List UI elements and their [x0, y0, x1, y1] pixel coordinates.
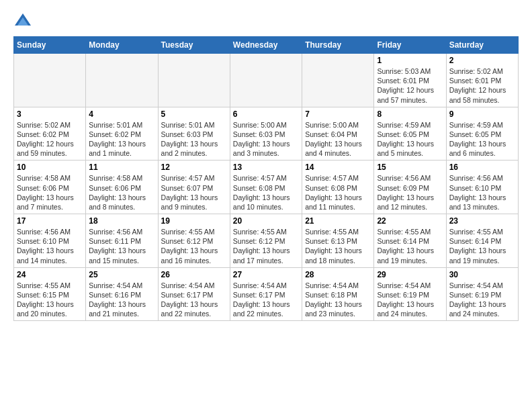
day-number: 13: [233, 163, 299, 172]
day-info: Sunrise: 4:56 AMSunset: 6:11 PMDaylight:…: [89, 227, 154, 265]
day-info: Sunrise: 5:01 AMSunset: 6:03 PMDaylight:…: [161, 120, 227, 158]
day-info: Sunrise: 5:00 AMSunset: 6:03 PMDaylight:…: [233, 120, 299, 158]
day-number: 14: [305, 163, 371, 172]
day-info: Sunrise: 4:55 AMSunset: 6:14 PMDaylight:…: [449, 227, 515, 265]
calendar-cell: 19Sunrise: 4:55 AMSunset: 6:12 PMDayligh…: [158, 214, 230, 268]
calendar-cell: 27Sunrise: 4:54 AMSunset: 6:17 PMDayligh…: [230, 267, 302, 321]
day-info: Sunrise: 4:56 AMSunset: 6:10 PMDaylight:…: [17, 227, 83, 265]
calendar-cell: 24Sunrise: 4:55 AMSunset: 6:15 PMDayligh…: [14, 267, 86, 321]
day-info: Sunrise: 4:54 AMSunset: 6:17 PMDaylight:…: [161, 281, 227, 319]
calendar-cell: 30Sunrise: 4:54 AMSunset: 6:19 PMDayligh…: [446, 267, 518, 321]
day-info: Sunrise: 4:58 AMSunset: 6:06 PMDaylight:…: [89, 173, 154, 212]
day-number: 6: [233, 109, 299, 119]
day-number: 4: [89, 109, 154, 119]
day-info: Sunrise: 5:02 AMSunset: 6:01 PMDaylight:…: [449, 66, 515, 105]
calendar-cell: 8Sunrise: 4:59 AMSunset: 6:05 PMDaylight…: [374, 107, 446, 161]
day-number: 2: [449, 56, 515, 65]
day-number: 21: [305, 216, 371, 226]
day-number: 30: [449, 270, 515, 279]
day-info: Sunrise: 4:55 AMSunset: 6:12 PMDaylight:…: [161, 227, 227, 265]
calendar-cell: 15Sunrise: 4:56 AMSunset: 6:09 PMDayligh…: [374, 161, 446, 214]
page-header: [13, 11, 519, 31]
calendar-header-row: SundayMondayTuesdayWednesdayThursdayFrid…: [14, 37, 519, 54]
calendar-weekday-header: Sunday: [14, 37, 86, 54]
day-number: 29: [377, 270, 443, 279]
day-info: Sunrise: 4:57 AMSunset: 6:07 PMDaylight:…: [161, 173, 227, 212]
day-number: 24: [17, 270, 83, 279]
calendar-cell: 13Sunrise: 4:57 AMSunset: 6:08 PMDayligh…: [230, 161, 302, 214]
calendar-weekday-header: Thursday: [302, 37, 374, 54]
calendar-weekday-header: Saturday: [446, 37, 518, 54]
calendar-cell: 11Sunrise: 4:58 AMSunset: 6:06 PMDayligh…: [86, 161, 158, 214]
day-info: Sunrise: 4:56 AMSunset: 6:10 PMDaylight:…: [449, 173, 515, 212]
day-info: Sunrise: 4:57 AMSunset: 6:08 PMDaylight:…: [233, 173, 299, 212]
day-info: Sunrise: 4:54 AMSunset: 6:18 PMDaylight:…: [305, 281, 371, 319]
calendar-cell: 21Sunrise: 4:55 AMSunset: 6:13 PMDayligh…: [302, 214, 374, 268]
calendar-cell: 29Sunrise: 4:54 AMSunset: 6:19 PMDayligh…: [374, 267, 446, 321]
calendar-cell: 4Sunrise: 5:01 AMSunset: 6:02 PMDaylight…: [86, 107, 158, 161]
calendar-cell: [158, 54, 230, 107]
calendar-cell: 9Sunrise: 4:59 AMSunset: 6:05 PMDaylight…: [446, 107, 518, 161]
day-number: 18: [89, 216, 154, 226]
day-info: Sunrise: 5:03 AMSunset: 6:01 PMDaylight:…: [377, 66, 443, 105]
calendar-week-row: 17Sunrise: 4:56 AMSunset: 6:10 PMDayligh…: [14, 214, 519, 268]
day-number: 8: [377, 109, 443, 119]
calendar-cell: 18Sunrise: 4:56 AMSunset: 6:11 PMDayligh…: [86, 214, 158, 268]
calendar-cell: 20Sunrise: 4:55 AMSunset: 6:12 PMDayligh…: [230, 214, 302, 268]
calendar-cell: 6Sunrise: 5:00 AMSunset: 6:03 PMDaylight…: [230, 107, 302, 161]
day-number: 26: [161, 270, 227, 279]
day-number: 11: [89, 163, 154, 172]
calendar-cell: 1Sunrise: 5:03 AMSunset: 6:01 PMDaylight…: [374, 54, 446, 107]
day-number: 19: [161, 216, 227, 226]
calendar-cell: [14, 54, 86, 107]
day-number: 7: [305, 109, 371, 119]
logo-icon: [13, 12, 32, 31]
day-info: Sunrise: 4:56 AMSunset: 6:09 PMDaylight:…: [377, 173, 443, 212]
calendar-cell: 12Sunrise: 4:57 AMSunset: 6:07 PMDayligh…: [158, 161, 230, 214]
day-info: Sunrise: 4:54 AMSunset: 6:19 PMDaylight:…: [377, 281, 443, 319]
day-number: 17: [17, 216, 83, 226]
day-info: Sunrise: 4:55 AMSunset: 6:13 PMDaylight:…: [305, 227, 371, 265]
calendar-weekday-header: Tuesday: [158, 37, 230, 54]
calendar-cell: [86, 54, 158, 107]
day-number: 3: [17, 109, 83, 119]
calendar-table: SundayMondayTuesdayWednesdayThursdayFrid…: [13, 36, 519, 321]
calendar-week-row: 3Sunrise: 5:02 AMSunset: 6:02 PMDaylight…: [14, 107, 519, 161]
calendar-weekday-header: Monday: [86, 37, 158, 54]
calendar-week-row: 1Sunrise: 5:03 AMSunset: 6:01 PMDaylight…: [14, 54, 519, 107]
day-number: 15: [377, 163, 443, 172]
day-info: Sunrise: 5:02 AMSunset: 6:02 PMDaylight:…: [17, 120, 83, 158]
calendar-cell: 26Sunrise: 4:54 AMSunset: 6:17 PMDayligh…: [158, 267, 230, 321]
day-number: 25: [89, 270, 154, 279]
day-number: 12: [161, 163, 227, 172]
calendar-cell: 10Sunrise: 4:58 AMSunset: 6:06 PMDayligh…: [14, 161, 86, 214]
calendar-cell: 23Sunrise: 4:55 AMSunset: 6:14 PMDayligh…: [446, 214, 518, 268]
calendar-cell: 22Sunrise: 4:55 AMSunset: 6:14 PMDayligh…: [374, 214, 446, 268]
calendar-cell: 14Sunrise: 4:57 AMSunset: 6:08 PMDayligh…: [302, 161, 374, 214]
calendar-cell: 7Sunrise: 5:00 AMSunset: 6:04 PMDaylight…: [302, 107, 374, 161]
calendar-weekday-header: Friday: [374, 37, 446, 54]
calendar-cell: 3Sunrise: 5:02 AMSunset: 6:02 PMDaylight…: [14, 107, 86, 161]
day-number: 22: [377, 216, 443, 226]
calendar-cell: [230, 54, 302, 107]
day-number: 1: [377, 56, 443, 65]
day-info: Sunrise: 4:57 AMSunset: 6:08 PMDaylight:…: [305, 173, 371, 212]
day-number: 23: [449, 216, 515, 226]
day-number: 28: [305, 270, 371, 279]
calendar-cell: 5Sunrise: 5:01 AMSunset: 6:03 PMDaylight…: [158, 107, 230, 161]
day-number: 5: [161, 109, 227, 119]
logo: [13, 11, 34, 31]
day-info: Sunrise: 4:54 AMSunset: 6:16 PMDaylight:…: [89, 281, 154, 319]
day-number: 9: [449, 109, 515, 119]
day-number: 10: [17, 163, 83, 172]
calendar-week-row: 24Sunrise: 4:55 AMSunset: 6:15 PMDayligh…: [14, 267, 519, 321]
day-info: Sunrise: 5:00 AMSunset: 6:04 PMDaylight:…: [305, 120, 371, 158]
day-number: 16: [449, 163, 515, 172]
day-info: Sunrise: 4:55 AMSunset: 6:14 PMDaylight:…: [377, 227, 443, 265]
calendar-cell: 25Sunrise: 4:54 AMSunset: 6:16 PMDayligh…: [86, 267, 158, 321]
calendar-cell: 28Sunrise: 4:54 AMSunset: 6:18 PMDayligh…: [302, 267, 374, 321]
day-info: Sunrise: 4:55 AMSunset: 6:15 PMDaylight:…: [17, 281, 83, 319]
calendar-weekday-header: Wednesday: [230, 37, 302, 54]
calendar-week-row: 10Sunrise: 4:58 AMSunset: 6:06 PMDayligh…: [14, 161, 519, 214]
day-info: Sunrise: 4:54 AMSunset: 6:19 PMDaylight:…: [449, 281, 515, 319]
